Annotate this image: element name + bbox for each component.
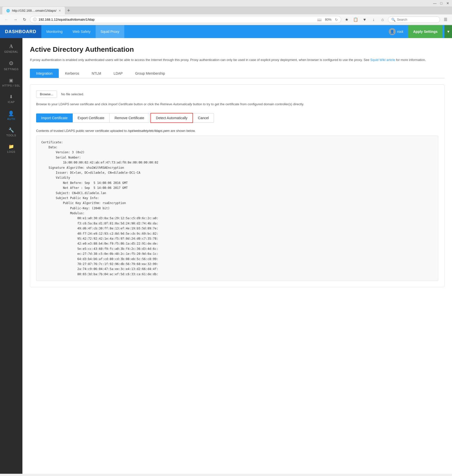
- sidebar-item-tools[interactable]: 🔧 Tools: [0, 124, 22, 140]
- app-nav: Monitoring Web Safety Squid Proxy: [41, 25, 124, 38]
- menu-icon[interactable]: ☰: [442, 16, 449, 23]
- apply-settings-button[interactable]: Apply Settings: [408, 25, 443, 38]
- certificate-content: Certificate: Data: Version: 3 (0x2) Seri…: [36, 136, 438, 281]
- sidebar-item-label-icap: ICAP: [8, 101, 15, 104]
- browser-toolbar: ← → ↻ ⓘ 📖 80% ↻ ★ 📋 ♥ ↓ ⌂ 🔍 ☰: [0, 14, 452, 25]
- apply-settings-dropdown[interactable]: ▼: [445, 25, 452, 38]
- sidebar: A General ⚙ Settings ▣ HTTPS / SSL ⬇ ICA…: [0, 38, 22, 474]
- settings-icon: ⚙: [9, 60, 14, 67]
- tab-ldap[interactable]: LDAP: [107, 69, 129, 78]
- nav-squid-proxy[interactable]: Squid Proxy: [96, 25, 124, 38]
- nav-web-safety[interactable]: Web Safety: [67, 25, 95, 38]
- zoom-btn[interactable]: 80%: [323, 17, 333, 22]
- app-header: DASHBOARD Monitoring Web Safety Squid Pr…: [0, 25, 452, 38]
- file-row: Browse... No file selected.: [36, 91, 438, 98]
- home-icon[interactable]: ⌂: [379, 16, 386, 23]
- search-bar: 🔍: [388, 16, 440, 23]
- browser-tab[interactable]: 🌐 http://192.168....omain/1/ldaps/ ✕: [2, 6, 65, 14]
- auth-icon: 👤: [8, 110, 14, 116]
- cert-info: Contents of trusted LDAPS public server …: [36, 129, 438, 133]
- general-icon: A: [9, 44, 13, 49]
- tab-bar: Integration Kerberos NTLM LDAP Group Mem…: [30, 69, 445, 78]
- sidebar-item-settings[interactable]: ⚙ Settings: [0, 57, 22, 74]
- sidebar-item-icap[interactable]: ⬇ ICAP: [0, 91, 22, 107]
- user-info[interactable]: 👤 root: [386, 28, 406, 35]
- reload-icon[interactable]: ↻: [335, 18, 338, 22]
- cert-info-part1: Contents of trusted LDAPS public server …: [36, 129, 128, 133]
- sidebar-item-general[interactable]: A General: [0, 40, 22, 57]
- tab-group-membership[interactable]: Group Membership: [129, 69, 171, 78]
- app-logo: DASHBOARD: [0, 25, 41, 38]
- sidebar-item-auth[interactable]: 👤 Auth: [0, 107, 22, 124]
- description-text-part2: for more information.: [395, 58, 426, 62]
- squid-wiki-link[interactable]: Squid Wiki article: [370, 58, 395, 62]
- browse-desc-part1: Browse to your LDAPS server certificate …: [36, 102, 108, 106]
- tab-close-btn[interactable]: ✕: [59, 9, 61, 12]
- browse-desc-part3: button to try to get the certificate fro…: [192, 102, 304, 106]
- bookmark-star-icon[interactable]: ★: [343, 16, 350, 23]
- tab-kerberos[interactable]: Kerberos: [59, 69, 85, 78]
- minimize-btn[interactable]: —: [433, 1, 437, 5]
- sidebar-item-label-settings: Settings: [4, 68, 18, 71]
- new-tab-btn[interactable]: +: [65, 7, 72, 14]
- search-icon: 🔍: [391, 18, 395, 22]
- export-certificate-button[interactable]: Export Certificate: [73, 113, 110, 123]
- sidebar-item-label-tools: Tools: [6, 134, 16, 137]
- maximize-btn[interactable]: □: [439, 1, 444, 5]
- username: root: [397, 30, 403, 34]
- remove-certificate-button[interactable]: Remove Certificate: [110, 113, 149, 123]
- pocket-icon[interactable]: ♥: [361, 16, 368, 23]
- address-input[interactable]: [39, 18, 315, 21]
- sidebar-item-label-logs: Logs: [7, 150, 15, 153]
- logs-icon: 📁: [8, 144, 14, 149]
- cert-info-path: /opt/websafety/etc/ldaps.pem: [128, 129, 170, 133]
- browser-chrome: — □ ✕ 🌐 http://192.168....omain/1/ldaps/…: [0, 0, 452, 25]
- search-input[interactable]: [397, 18, 437, 21]
- user-avatar: 👤: [389, 28, 396, 35]
- reader-icon[interactable]: 📖: [317, 18, 322, 22]
- description-text-part1: If proxy authentication is enabled only …: [30, 58, 370, 62]
- page-title: Active Directory Authentication: [30, 46, 445, 53]
- tab-integration[interactable]: Integration: [30, 69, 59, 78]
- info-icon: ⓘ: [33, 17, 37, 22]
- sidebar-item-label-general: General: [4, 50, 18, 53]
- cancel-button[interactable]: Cancel: [193, 113, 214, 123]
- tab-favicon: 🌐: [6, 9, 10, 12]
- tab-ntlm[interactable]: NTLM: [85, 69, 107, 78]
- browse-desc-italic1: Import Certificate: [108, 102, 133, 106]
- sidebar-item-label-https: HTTPS / SSL: [2, 84, 20, 87]
- sidebar-item-label-auth: Auth: [7, 117, 15, 120]
- browser-titlebar: — □ ✕: [0, 0, 452, 6]
- back-btn[interactable]: ←: [3, 16, 10, 23]
- page-description: If proxy authentication is enabled only …: [30, 57, 445, 63]
- cert-info-part2: are shown below.: [170, 129, 195, 133]
- tab-title: http://192.168....omain/1/ldaps/: [12, 9, 57, 12]
- detect-automatically-button[interactable]: Detect Automatically: [150, 113, 193, 123]
- apply-settings-label: Apply Settings: [413, 30, 438, 34]
- nav-monitoring[interactable]: Monitoring: [41, 25, 67, 38]
- browse-description: Browse to your LDAPS server certificate …: [36, 102, 438, 107]
- tools-icon: 🔧: [8, 127, 14, 133]
- icap-icon: ⬇: [9, 94, 13, 100]
- sidebar-item-https-ssl[interactable]: ▣ HTTPS / SSL: [0, 74, 22, 91]
- download-icon[interactable]: ↓: [370, 16, 377, 23]
- browse-desc-italic2: Retrieve Automatically: [160, 102, 192, 106]
- header-right: 👤 root Apply Settings ▼: [386, 25, 452, 38]
- no-file-text: No file selected.: [61, 92, 84, 96]
- close-btn[interactable]: ✕: [446, 1, 450, 5]
- main-layout: A General ⚙ Settings ▣ HTTPS / SSL ⬇ ICA…: [0, 38, 452, 474]
- bookmarks-icon[interactable]: 📋: [352, 16, 359, 23]
- certificate-section: Browse... No file selected. Browse to yo…: [30, 84, 445, 287]
- content-area: Active Directory Authentication If proxy…: [22, 38, 452, 474]
- address-bar: ⓘ 📖 80% ↻: [30, 16, 341, 23]
- sidebar-item-logs[interactable]: 📁 Logs: [0, 140, 22, 157]
- import-certificate-button[interactable]: Import Certificate: [36, 113, 73, 122]
- reload-btn[interactable]: ↻: [21, 16, 28, 23]
- https-ssl-icon: ▣: [9, 78, 13, 83]
- browse-button[interactable]: Browse...: [36, 91, 57, 98]
- action-buttons: Import Certificate Export Certificate Re…: [36, 113, 438, 123]
- browse-desc-part2: button or click the: [133, 102, 160, 106]
- forward-btn[interactable]: →: [12, 16, 19, 23]
